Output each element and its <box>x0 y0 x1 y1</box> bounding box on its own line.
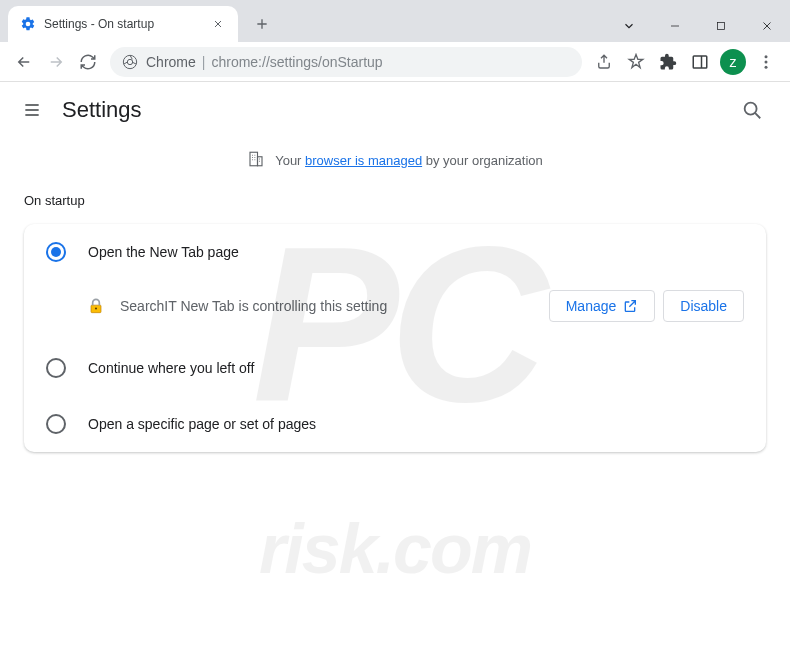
svg-point-2 <box>127 59 132 64</box>
address-bar[interactable]: Chrome | chrome://settings/onStartup <box>110 47 582 77</box>
open-external-icon <box>622 298 638 314</box>
back-button[interactable] <box>8 46 40 78</box>
svg-point-5 <box>765 60 768 63</box>
forward-button[interactable] <box>40 46 72 78</box>
extension-text: SearchIT New Tab is controlling this set… <box>120 298 541 314</box>
profile-avatar[interactable]: z <box>720 49 746 75</box>
manage-button[interactable]: Manage <box>549 290 656 322</box>
close-window-button[interactable] <box>744 10 790 42</box>
option-label: Open a specific page or set of pages <box>88 416 316 432</box>
extension-control-notice: SearchIT New Tab is controlling this set… <box>24 280 766 340</box>
page-title: Settings <box>62 97 734 123</box>
new-tab-button[interactable] <box>248 10 276 38</box>
svg-point-6 <box>765 65 768 68</box>
radio-unselected-icon <box>46 358 66 378</box>
svg-point-11 <box>95 307 97 309</box>
radio-unselected-icon <box>46 414 66 434</box>
disable-button[interactable]: Disable <box>663 290 744 322</box>
menu-icon[interactable] <box>750 46 782 78</box>
sidepanel-icon[interactable] <box>684 46 716 78</box>
browser-tab[interactable]: Settings - On startup <box>8 6 238 42</box>
search-icon[interactable] <box>734 92 770 128</box>
browser-toolbar: Chrome | chrome://settings/onStartup z <box>0 42 790 82</box>
watermark-small: risk.com <box>259 509 531 589</box>
window-controls <box>612 10 790 42</box>
chrome-logo-icon <box>122 54 138 70</box>
minimize-button[interactable] <box>652 10 698 42</box>
managed-banner: Your browser is managed by your organiza… <box>0 138 790 183</box>
option-label: Open the New Tab page <box>88 244 239 260</box>
url-origin: Chrome <box>146 54 196 70</box>
svg-point-1 <box>123 55 136 68</box>
hamburger-menu-icon[interactable] <box>20 98 44 122</box>
url-path: chrome://settings/onStartup <box>211 54 382 70</box>
svg-rect-3 <box>693 56 707 68</box>
option-specific[interactable]: Open a specific page or set of pages <box>24 396 766 452</box>
svg-rect-8 <box>250 152 258 166</box>
tab-search-dropdown[interactable] <box>612 10 646 42</box>
settings-header: Settings <box>0 82 790 138</box>
option-new-tab[interactable]: Open the New Tab page <box>24 224 766 280</box>
managed-link[interactable]: browser is managed <box>305 153 422 168</box>
svg-rect-0 <box>718 23 725 30</box>
lock-icon <box>86 296 106 316</box>
maximize-button[interactable] <box>698 10 744 42</box>
building-icon <box>247 150 265 171</box>
tab-title: Settings - On startup <box>44 17 210 31</box>
close-tab-icon[interactable] <box>210 16 226 32</box>
avatar-initial: z <box>730 54 737 70</box>
svg-point-4 <box>765 55 768 58</box>
radio-selected-icon <box>46 242 66 262</box>
managed-text: Your browser is managed by your organiza… <box>275 153 543 168</box>
startup-card: Open the New Tab page SearchIT New Tab i… <box>24 224 766 452</box>
bookmark-icon[interactable] <box>620 46 652 78</box>
extensions-icon[interactable] <box>652 46 684 78</box>
section-title: On startup <box>24 193 766 208</box>
option-label: Continue where you left off <box>88 360 254 376</box>
window-titlebar: Settings - On startup <box>0 0 790 42</box>
svg-point-7 <box>745 103 757 115</box>
share-icon[interactable] <box>588 46 620 78</box>
settings-content: On startup Open the New Tab page SearchI… <box>0 183 790 462</box>
gear-icon <box>20 16 36 32</box>
url-separator: | <box>202 54 206 70</box>
reload-button[interactable] <box>72 46 104 78</box>
option-continue[interactable]: Continue where you left off <box>24 340 766 396</box>
